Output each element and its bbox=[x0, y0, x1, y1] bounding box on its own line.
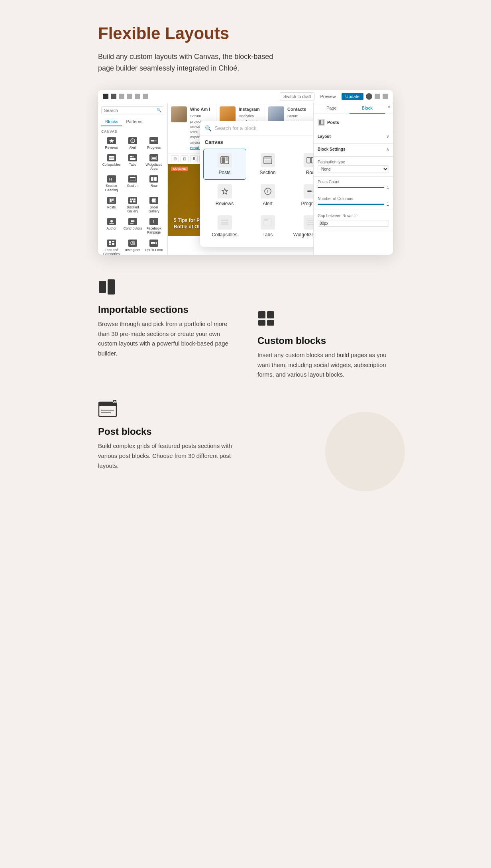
sidebar-item-section[interactable]: Section bbox=[122, 173, 143, 194]
svg-rect-66 bbox=[308, 220, 314, 221]
undo-icon[interactable] bbox=[119, 94, 124, 99]
sidebar-item-featured-categories[interactable]: Featured Categories bbox=[101, 238, 122, 255]
justified-gallery-icon bbox=[128, 197, 137, 204]
block-item-section[interactable]: Section bbox=[246, 149, 289, 180]
who-am-i-avatar bbox=[171, 106, 187, 122]
svg-point-41 bbox=[134, 242, 134, 242]
update-button[interactable]: Update bbox=[342, 93, 363, 100]
progress-label: Progress bbox=[147, 145, 161, 149]
tab-blocks[interactable]: Blocks bbox=[101, 118, 122, 126]
toolbar-layout-btn[interactable]: ⊞ bbox=[171, 155, 179, 162]
block-search-input[interactable] bbox=[215, 125, 314, 131]
tab-patterns[interactable]: Patterns bbox=[122, 118, 146, 126]
decorative-area bbox=[257, 400, 393, 479]
gap-rows-label: Gap between Rows bbox=[318, 214, 352, 218]
wp-toolbar: Switch to draft Preview Update bbox=[98, 90, 393, 103]
posts-count-value: 1 bbox=[387, 185, 389, 190]
sidebar-item-progress[interactable]: Progress bbox=[144, 135, 164, 151]
sidebar-blocks-grid: Reviews ! Alert Progress bbox=[101, 135, 164, 255]
svg-rect-44 bbox=[155, 242, 156, 244]
redo-icon[interactable] bbox=[127, 94, 132, 99]
block-progress-icon bbox=[304, 184, 314, 198]
close-icon[interactable] bbox=[103, 94, 108, 99]
sidebar-item-optin[interactable]: Opt-in Form bbox=[144, 238, 164, 255]
svg-rect-11 bbox=[151, 156, 157, 160]
sidebar-search-input[interactable] bbox=[104, 108, 155, 113]
svg-rect-67 bbox=[308, 222, 314, 223]
preview-button[interactable]: Preview bbox=[317, 93, 339, 100]
close-panel-button[interactable]: × bbox=[385, 103, 393, 111]
block-posts-label: Posts bbox=[218, 170, 230, 175]
wp-editor-body: 🔍 Blocks Patterns CANVAS Reviews ! bbox=[98, 103, 393, 255]
feature-importable-sections: Importable sections Browse through and p… bbox=[98, 279, 234, 380]
brush-icon[interactable] bbox=[375, 94, 380, 99]
pencil-icon[interactable] bbox=[111, 94, 116, 99]
svg-text:+: + bbox=[114, 400, 116, 403]
block-item-widgetized[interactable]: Widgetized Area bbox=[289, 211, 314, 242]
importable-icon bbox=[98, 279, 234, 298]
sidebar-item-row[interactable]: Row bbox=[144, 173, 164, 194]
block-settings-chevron[interactable]: ∧ bbox=[386, 147, 389, 151]
sidebar-item-instagram[interactable]: Instagram bbox=[122, 238, 143, 255]
svg-rect-10 bbox=[130, 158, 136, 160]
sidebar-item-section-heading[interactable]: H Section Heading bbox=[101, 173, 122, 194]
sidebar-item-tabs[interactable]: Tabs bbox=[122, 152, 143, 173]
sidebar-item-reviews[interactable]: Reviews bbox=[101, 135, 122, 151]
svg-point-31 bbox=[110, 220, 113, 222]
svg-rect-22 bbox=[112, 200, 114, 201]
svg-text:f: f bbox=[153, 220, 154, 224]
block-item-alert[interactable]: ! Alert bbox=[246, 180, 289, 211]
gear-icon[interactable] bbox=[366, 93, 372, 100]
features-section: Importable sections Browse through and p… bbox=[98, 279, 393, 479]
block-alert-label: Alert bbox=[263, 201, 273, 206]
svg-rect-53 bbox=[311, 157, 314, 163]
block-item-row[interactable]: Row bbox=[289, 149, 314, 180]
alert-label: Alert bbox=[129, 145, 136, 149]
sidebar-item-author[interactable]: Author bbox=[101, 216, 122, 236]
block-search-row: 🔍 bbox=[200, 121, 314, 136]
layout-chevron[interactable]: ∨ bbox=[386, 134, 389, 139]
sidebar-item-alert[interactable]: ! Alert bbox=[122, 135, 143, 151]
pagination-type-select[interactable]: None Numbered Load More bbox=[318, 165, 389, 173]
post-blocks-icon: + bbox=[98, 400, 234, 420]
svg-rect-4 bbox=[151, 140, 154, 141]
sidebar-item-justified-gallery[interactable]: Justified Gallery bbox=[122, 195, 143, 215]
featured-categories-label: Featured Categories bbox=[102, 248, 121, 255]
sidebar-item-slider-gallery[interactable]: Slider Gallery bbox=[144, 195, 164, 215]
sidebar-item-contributors[interactable]: Contributors bbox=[122, 216, 143, 236]
sidebar-item-posts[interactable]: Posts bbox=[101, 195, 122, 215]
svg-rect-48 bbox=[226, 159, 228, 161]
svg-rect-27 bbox=[133, 200, 136, 202]
svg-rect-51 bbox=[265, 160, 271, 163]
svg-rect-9 bbox=[132, 156, 134, 157]
block-item-reviews[interactable]: Reviews bbox=[203, 180, 246, 211]
svg-rect-12 bbox=[152, 157, 156, 158]
posts-header-label: Posts bbox=[327, 120, 339, 125]
sidebar-item-facebook[interactable]: f Facebook Fanpage bbox=[144, 216, 164, 236]
gap-rows-input[interactable] bbox=[318, 220, 389, 227]
svg-rect-68 bbox=[308, 224, 314, 225]
feature-post-blocks: + Post blocks Build complex grids of fea… bbox=[98, 400, 234, 479]
block-item-posts[interactable]: Posts bbox=[203, 149, 246, 180]
block-row-label: Row bbox=[306, 170, 313, 175]
row-icon bbox=[149, 175, 158, 183]
pagination-label: Pagination type bbox=[318, 160, 389, 164]
sidebar-item-widgetized[interactable]: Widgetized Area bbox=[144, 152, 164, 173]
block-item-tabs[interactable]: Tabs bbox=[246, 211, 289, 242]
tab-page[interactable]: Page bbox=[314, 103, 350, 114]
svg-rect-43 bbox=[152, 243, 154, 244]
switch-draft-button[interactable]: Switch to draft bbox=[280, 92, 315, 100]
more-options-icon[interactable] bbox=[383, 94, 388, 99]
block-item-collapsibles[interactable]: Collapsibles bbox=[203, 211, 246, 242]
tab-block[interactable]: Block bbox=[350, 103, 385, 114]
more-icon[interactable] bbox=[143, 94, 148, 99]
svg-rect-61 bbox=[221, 224, 228, 225]
toolbar-move-btn[interactable]: ⠿ bbox=[190, 155, 198, 162]
sidebar-item-collapsibles[interactable]: Collapsibles bbox=[101, 152, 122, 173]
toolbar-grid-btn[interactable]: ⊟ bbox=[181, 155, 189, 162]
widgetized-label: Widgetized Area bbox=[145, 163, 163, 171]
svg-rect-73 bbox=[258, 311, 265, 318]
block-item-progress[interactable]: Progress bbox=[289, 180, 314, 211]
settings-icon[interactable] bbox=[135, 94, 140, 99]
contributors-label: Contributors bbox=[124, 226, 142, 230]
